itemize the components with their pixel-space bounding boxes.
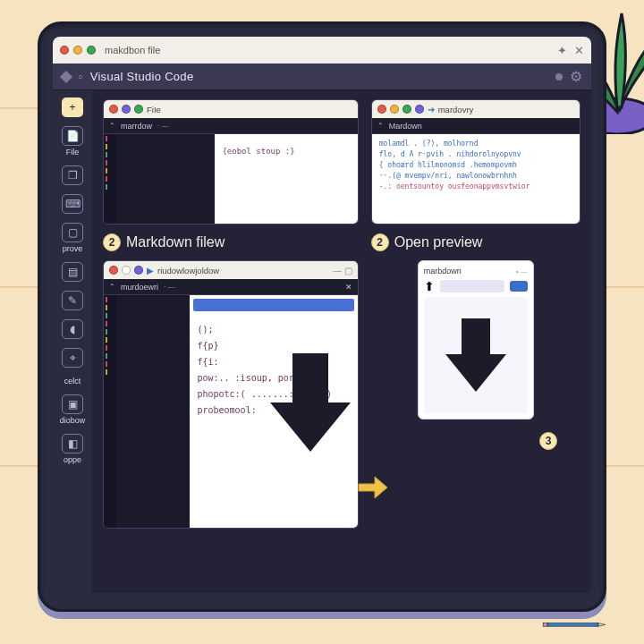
app-title-bar: ◦ Visual Studio Code ⚙	[53, 64, 591, 90]
step-2a: 2 Markdown filew	[103, 233, 359, 251]
p2-tab-label[interactable]: mardovry	[438, 105, 474, 114]
device-frame: makdbon file ✦ ✕ ◦ Visual Studio Code ⚙ …	[38, 21, 606, 612]
activity-file[interactable]: 📄 File	[59, 126, 86, 157]
p2-arrow-icon[interactable]: ➔	[428, 105, 435, 114]
p2-dot2-icon	[390, 105, 399, 114]
p1-header-text: marrdow	[121, 122, 152, 131]
copy-icon: ❐	[62, 165, 83, 185]
p3-body: (); f{p} f{i: pow:.. :isoup, porvido), p…	[104, 295, 358, 528]
svg-rect-1	[547, 623, 598, 627]
p1-code[interactable]	[116, 134, 215, 224]
keyboard-icon: ⌨	[62, 194, 83, 214]
p1-close-dot-icon[interactable]	[109, 105, 118, 114]
shape-icon: ◖	[62, 319, 83, 339]
preview-button[interactable]	[510, 281, 528, 292]
activity-layers[interactable]: ▤	[59, 262, 86, 282]
app-logo-icon	[60, 70, 72, 82]
app-content: + 📄 File ❐ ⌨ ▢ prove ▤ ✎ ◖	[53, 90, 591, 593]
window-tab-label[interactable]: makdbon file	[105, 45, 160, 55]
panel1-tabstrip: FiIe	[104, 100, 358, 118]
preview-icon: ▢	[62, 223, 83, 242]
max-dot-icon[interactable]	[87, 46, 96, 55]
brush-icon: ✎	[62, 291, 83, 310]
p3-dot1-icon	[109, 266, 118, 275]
p3-close-icon[interactable]: ✕	[345, 283, 352, 292]
preview-body	[424, 297, 528, 413]
step-2b: 2 Open preview	[371, 233, 580, 251]
min-dot-icon[interactable]	[73, 46, 82, 55]
panel3-header: ⌃ murdoewri · — ✕	[104, 279, 358, 295]
p2-text-body[interactable]: molamdl . (?), molhornd flo, d A r·pvih …	[372, 134, 580, 224]
preview-input[interactable]	[440, 280, 504, 292]
preview-card[interactable]: marbdown • — ⬆	[418, 260, 534, 419]
activity-keyboard[interactable]: ⌨	[59, 194, 86, 214]
panel1-header: ⌃ marrdow · —	[104, 118, 358, 134]
p3-tab-label[interactable]: riudowlowjoldow	[157, 266, 219, 275]
p3-dot3-icon	[134, 266, 143, 275]
panel-file-editor: FiIe ⌃ marrdow · — {eobol stoup :}	[103, 99, 359, 225]
chevron-icon[interactable]: ⌃	[109, 283, 115, 291]
step-number-icon: 2	[103, 233, 121, 251]
bug-icon: ⌖	[62, 348, 83, 368]
panel2-tabstrip: ➔ mardovry	[372, 100, 580, 118]
svg-marker-2	[598, 623, 606, 627]
p1-document[interactable]: {eobol stoup :}	[215, 134, 357, 224]
arrow-right-icon	[357, 475, 389, 506]
close-icon[interactable]: ✕	[574, 44, 584, 57]
preview-header: marbdown • —	[424, 267, 528, 275]
settings-icon[interactable]: ⚙	[570, 68, 582, 85]
activity-copy[interactable]: ❐	[59, 165, 86, 185]
layers-icon: ▤	[62, 262, 83, 282]
open-icon: ◧	[62, 434, 83, 453]
activity-open[interactable]: ◧ oppe	[59, 434, 86, 464]
activity-bar: + 📄 File ❐ ⌨ ▢ prove ▤ ✎ ◖	[53, 90, 92, 593]
p3-inner-titlebar	[193, 299, 353, 311]
p3-gutter	[104, 295, 116, 528]
p1-dot2-icon	[134, 105, 143, 114]
activity-bug[interactable]: ⌖	[59, 348, 86, 368]
chevron-icon[interactable]: ⌃	[377, 122, 384, 130]
step-3-badge: 3	[539, 432, 557, 450]
arrow-down-icon	[440, 315, 512, 395]
preview-column: marbdown • — ⬆ 3	[371, 260, 580, 584]
pencil-decor	[521, 623, 628, 628]
file-icon: 📄	[62, 126, 83, 146]
p3-play-icon[interactable]: ▶	[147, 266, 154, 275]
main-area: FiIe ⌃ marrdow · — {eobol stoup :}	[92, 90, 591, 593]
p1-tab-label[interactable]: FiIe	[147, 105, 161, 114]
p3-document[interactable]: (); f{p} f{i: pow:.. :isoup, porvido), p…	[190, 295, 357, 528]
p1-gutter	[104, 134, 116, 224]
activity-add[interactable]: +	[59, 97, 86, 117]
p2-header-text: Mardown	[389, 122, 422, 131]
activity-brush[interactable]: ✎	[59, 291, 86, 310]
p1-body: {eobol stoup :}	[104, 134, 358, 224]
svg-rect-3	[543, 623, 547, 627]
p3-header-text: murdoewri	[121, 283, 158, 292]
traffic-lights	[60, 46, 96, 55]
p3-dot2-icon	[122, 266, 131, 275]
arrow-up-icon[interactable]: ⬆	[424, 279, 435, 293]
chevron-icon[interactable]: ⌃	[109, 122, 115, 130]
plus-icon: +	[62, 97, 83, 117]
app-title: Visual Studio Code	[90, 70, 548, 83]
close-dot-icon[interactable]	[60, 46, 69, 55]
status-dot-icon	[555, 73, 563, 80]
p1-dot-icon	[122, 105, 131, 114]
window-tab-strip: makdbon file ✦ ✕	[53, 37, 591, 64]
step-number-icon: 2	[371, 233, 389, 251]
p3-sidecode[interactable]	[116, 295, 190, 528]
activity-preview[interactable]: ▢ prove	[59, 223, 86, 253]
panel-markdown-preview-list: ➔ mardovry ⌃ Mardown molamdl . (?), molh…	[371, 99, 580, 225]
p2-dot1-icon	[377, 105, 386, 114]
panel3-tabstrip: ▶ riudowlowjoldow — ▢	[104, 261, 358, 279]
sparkle-icon[interactable]: ✦	[557, 44, 567, 57]
activity-select[interactable]: celct	[59, 377, 86, 386]
box-icon: ▣	[62, 394, 83, 414]
arrow-down-icon	[261, 349, 358, 456]
activity-shape[interactable]: ◖	[59, 319, 86, 339]
p2-dot4-icon	[415, 105, 424, 114]
activity-box[interactable]: ▣ diobow	[59, 394, 86, 425]
panel2-header: ⌃ Mardown	[372, 118, 580, 134]
p2-dot3-icon	[402, 105, 411, 114]
panel-editor-large: ▶ riudowlowjoldow — ▢ ⌃ murdoewri · — ✕	[103, 260, 359, 529]
